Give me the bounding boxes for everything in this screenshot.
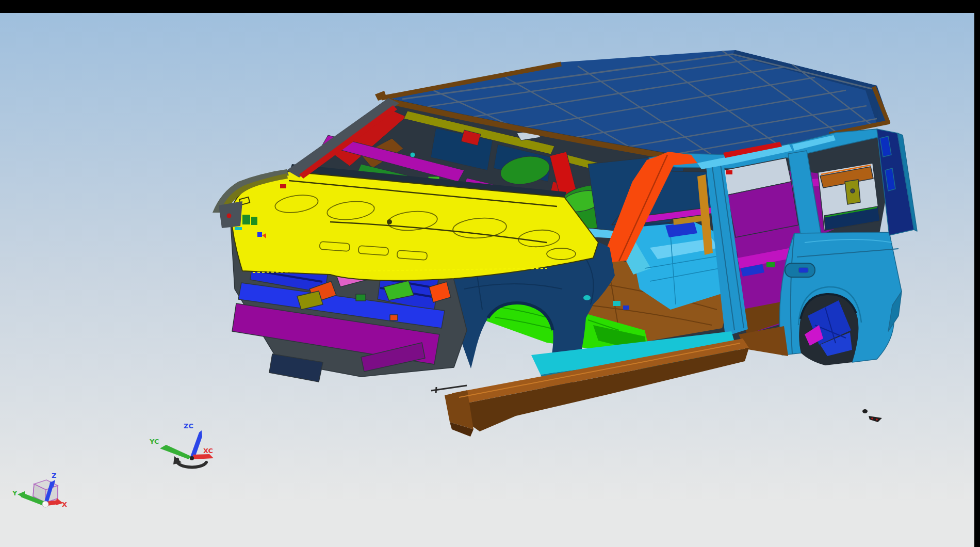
clip-green-bit2 <box>356 294 366 301</box>
floor-teal-part <box>613 301 620 306</box>
acs-origin-sphere <box>42 501 48 507</box>
acs-origin-highlight <box>43 502 45 504</box>
tip-green-chip <box>242 215 250 224</box>
top-frame-bar <box>0 0 980 13</box>
right-frame-bar <box>974 0 980 547</box>
olive-tab-hole <box>851 189 855 193</box>
rear-green-sliver <box>766 262 775 267</box>
b-pillar-red-bit <box>726 170 732 174</box>
fender-teal-oval <box>583 295 591 300</box>
door-handle <box>798 267 808 273</box>
acs-z-label: Z <box>52 472 56 479</box>
speck-red <box>871 417 873 420</box>
tip-green-chip2 <box>251 217 257 225</box>
clip-orange-bit3 <box>390 315 398 320</box>
tip-blue-chip <box>257 232 262 237</box>
wcs-origin[interactable] <box>190 456 194 460</box>
wcs-x-label: XC <box>203 447 213 455</box>
acs-y-label: Y <box>12 489 18 497</box>
speck-red2 <box>876 419 878 421</box>
cad-window: ZC YC XC Z Y X <box>0 0 980 547</box>
hood-red-dot <box>280 184 286 188</box>
hood-dot <box>387 219 392 224</box>
wcs-z-label: ZC <box>184 422 193 430</box>
tip-teal-chip <box>235 227 242 230</box>
tip-red-dot <box>227 214 232 218</box>
speck-dot <box>862 409 868 413</box>
cowl-teal-dot <box>410 152 415 157</box>
acs-x-label: X <box>62 501 67 508</box>
wcs-y-label: YC <box>149 438 159 445</box>
rear-wheel-arch[interactable] <box>799 294 858 365</box>
floor-blue-part <box>623 305 629 310</box>
viewport-3d[interactable]: ZC YC XC Z Y X <box>0 0 980 547</box>
